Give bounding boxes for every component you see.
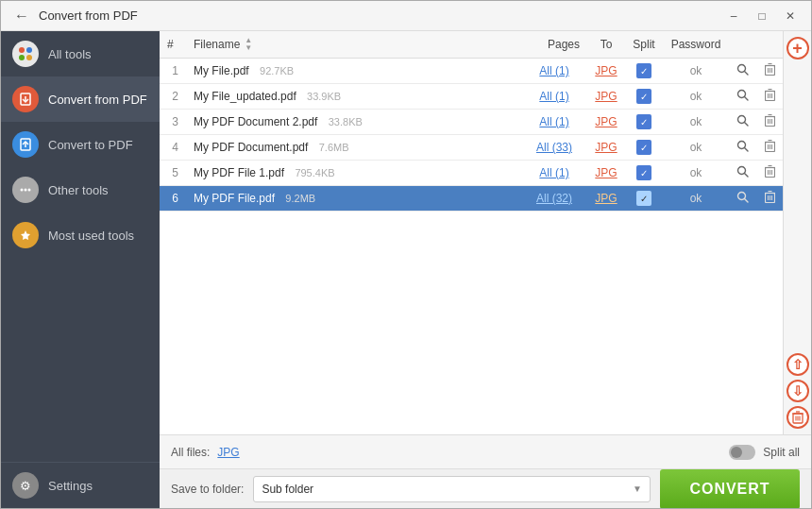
row-delete[interactable] [756, 110, 783, 135]
row-delete[interactable] [756, 59, 783, 84]
row-delete[interactable] [756, 186, 783, 212]
sidebar-item-other-tools[interactable]: Other tools [1, 167, 160, 212]
table-row[interactable]: 6 My PDF File.pdf 9.2MB All (32) JPG ✓ o… [160, 186, 783, 212]
svg-point-3 [26, 55, 32, 60]
row-search[interactable] [729, 135, 756, 161]
table-row[interactable]: 4 My PDF Document.pdf 7.6MB All (33) JPG… [160, 135, 783, 161]
row-split[interactable]: ✓ [625, 59, 663, 84]
move-down-button[interactable]: ⇩ [787, 380, 809, 402]
convert-to-pdf-label: Convert to PDF [48, 138, 133, 152]
delete-row-icon[interactable] [765, 89, 775, 104]
svg-point-8 [21, 189, 24, 192]
col-header-pages: Pages [521, 31, 587, 59]
sidebar-item-convert-from-pdf[interactable]: Convert from PDF [1, 76, 160, 122]
row-pages[interactable]: All (1) [521, 161, 587, 186]
row-search[interactable] [729, 59, 756, 84]
row-to[interactable]: JPG [587, 161, 625, 186]
table-row[interactable]: 5 My PDF File 1.pdf 795.4KB All (1) JPG … [160, 161, 783, 186]
delete-row-icon[interactable] [765, 191, 775, 206]
row-pages[interactable]: All (1) [521, 59, 587, 84]
add-file-button[interactable]: + [787, 37, 809, 59]
sidebar-item-all-tools[interactable]: All tools [1, 31, 160, 76]
search-password-icon[interactable] [736, 114, 749, 129]
split-checkbox[interactable]: ✓ [636, 191, 651, 206]
split-all-label: Split all [763, 446, 800, 459]
all-tools-label: All tools [48, 47, 92, 61]
svg-point-2 [19, 55, 25, 60]
row-split[interactable]: ✓ [625, 84, 663, 110]
row-search[interactable] [729, 84, 756, 110]
search-password-icon[interactable] [736, 89, 749, 104]
search-password-icon[interactable] [736, 140, 749, 155]
search-password-icon[interactable] [736, 165, 749, 180]
row-to[interactable]: JPG [587, 110, 625, 135]
split-checkbox[interactable]: ✓ [636, 165, 651, 180]
files-table: # Filename ▲▼ Pages [160, 31, 783, 212]
row-pages[interactable]: All (1) [521, 84, 587, 110]
split-checkbox[interactable]: ✓ [636, 140, 651, 155]
delete-all-button[interactable] [787, 406, 809, 429]
move-up-button[interactable]: ⇧ [787, 353, 809, 376]
row-delete[interactable] [756, 84, 783, 110]
row-delete[interactable] [756, 135, 783, 161]
svg-point-0 [19, 47, 25, 53]
row-delete[interactable] [756, 161, 783, 186]
sidebar-settings[interactable]: ⚙ Settings [1, 462, 160, 508]
svg-line-21 [745, 97, 749, 101]
svg-line-53 [745, 199, 749, 203]
convert-button[interactable]: CONVERT [660, 469, 800, 509]
table-row[interactable]: 3 My PDF Document 2.pdf 33.8KB All (1) J… [160, 110, 783, 135]
sidebar-spacer [1, 258, 160, 462]
global-jpg-button[interactable]: JPG [217, 446, 239, 459]
split-checkbox[interactable]: ✓ [636, 114, 651, 129]
table-row[interactable]: 1 My File.pdf 92.7KB All (1) JPG ✓ ok [160, 59, 783, 84]
delete-row-icon[interactable] [765, 140, 775, 155]
row-filename: My File.pdf 92.7KB [186, 59, 521, 84]
row-to[interactable]: JPG [587, 59, 625, 84]
search-password-icon[interactable] [736, 63, 749, 78]
folder-select[interactable]: Sub folder ▼ [253, 476, 651, 502]
row-to[interactable]: JPG [587, 84, 625, 110]
row-split[interactable]: ✓ [625, 110, 663, 135]
split-checkbox[interactable]: ✓ [636, 89, 651, 104]
svg-point-1 [26, 47, 32, 53]
row-pages[interactable]: All (32) [521, 186, 587, 212]
delete-row-icon[interactable] [765, 114, 775, 129]
row-search[interactable] [729, 186, 756, 212]
folder-dropdown-arrow: ▼ [633, 484, 642, 494]
delete-row-icon[interactable] [765, 165, 775, 180]
table-body: 1 My File.pdf 92.7KB All (1) JPG ✓ ok 2 … [160, 59, 783, 212]
row-num: 3 [160, 110, 186, 135]
sidebar-item-convert-to-pdf[interactable]: Convert to PDF [1, 122, 160, 167]
table-scroll[interactable]: # Filename ▲▼ Pages [160, 31, 783, 434]
convert-from-pdf-label: Convert from PDF [48, 93, 147, 107]
row-password: ok [663, 161, 729, 186]
col-header-split: Split [625, 31, 663, 59]
svg-point-10 [28, 189, 31, 192]
split-all-toggle[interactable] [729, 445, 755, 460]
sidebar-item-most-used[interactable]: Most used tools [1, 212, 160, 258]
settings-label: Settings [48, 479, 93, 493]
table-row[interactable]: 2 My File_updated.pdf 33.9KB All (1) JPG… [160, 84, 783, 110]
row-search[interactable] [729, 161, 756, 186]
maximize-button[interactable]: □ [749, 3, 775, 29]
row-pages[interactable]: All (1) [521, 110, 587, 135]
back-button[interactable]: ← [8, 3, 35, 29]
row-pages[interactable]: All (33) [521, 135, 587, 161]
split-checkbox[interactable]: ✓ [636, 63, 651, 78]
delete-row-icon[interactable] [765, 63, 775, 78]
row-to[interactable]: JPG [587, 186, 625, 212]
bottom-bar: All files: JPG Split all [160, 434, 811, 468]
row-search[interactable] [729, 110, 756, 135]
row-to[interactable]: JPG [587, 135, 625, 161]
row-password: ok [663, 110, 729, 135]
col-header-num: # [160, 31, 186, 59]
window-controls: – □ ✕ [720, 3, 804, 29]
row-split[interactable]: ✓ [625, 161, 663, 186]
col-header-filename[interactable]: Filename ▲▼ [186, 31, 521, 59]
search-password-icon[interactable] [736, 191, 749, 206]
minimize-button[interactable]: – [720, 3, 747, 29]
row-split[interactable]: ✓ [625, 135, 663, 161]
row-split[interactable]: ✓ [625, 186, 663, 212]
close-button[interactable]: ✕ [777, 3, 804, 29]
